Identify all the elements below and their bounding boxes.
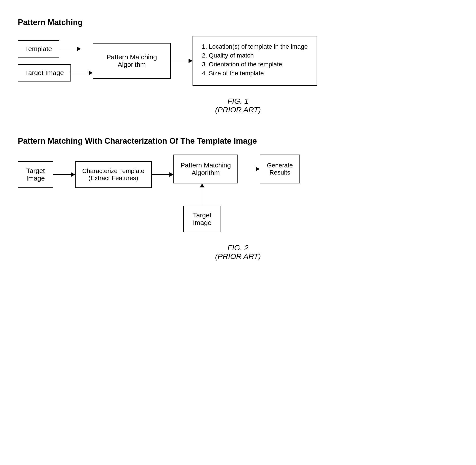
- output-item-4: 4. Size of the template: [202, 70, 308, 77]
- output-item-1: 1. Location(s) of template in the image: [202, 43, 308, 50]
- arrow-head-icon: [71, 172, 75, 177]
- vertical-arrow-container: [200, 183, 204, 206]
- arrow-head-icon: [169, 172, 173, 177]
- arrow-head-icon: [256, 167, 260, 171]
- algo-to-generate-arrow: [238, 167, 260, 171]
- fig1-diagram: Template Target Image: [18, 36, 458, 86]
- fig2-target-box: TargetImage: [18, 161, 53, 188]
- arrow-head-icon: [77, 47, 81, 51]
- fig2-section: Pattern Matching With Characterization O…: [18, 132, 458, 261]
- fig2-bottom-target-box: TargetImage: [183, 206, 221, 232]
- fig1-inputs: Template Target Image: [18, 40, 93, 82]
- generate-results-box: Generate Results: [260, 155, 300, 183]
- characterize-box: Characterize Template (Extract Features): [75, 161, 152, 188]
- fig2-target-input: TargetImage: [18, 161, 75, 188]
- fig1-caption: FIG. 1 (PRIOR ART): [18, 97, 458, 114]
- arrow-head-up-icon: [200, 183, 204, 187]
- algo-box-fig2: Pattern Matching Algorithm: [173, 155, 238, 183]
- fig2-caption: FIG. 2 (PRIOR ART): [18, 243, 458, 261]
- fig1-section: Pattern Matching Template Target Image: [18, 13, 458, 114]
- output-list-box: 1. Location(s) of template in the image …: [193, 36, 317, 86]
- template-to-algo-arrow: [59, 47, 81, 51]
- arrow-head-icon: [188, 59, 193, 63]
- algo-box-fig1: Pattern Matching Algorithm: [93, 43, 171, 79]
- vertical-line: [202, 187, 202, 206]
- fig2-characterize-section: Characterize Template (Extract Features): [75, 161, 173, 188]
- algo-to-output-arrow: [171, 59, 193, 63]
- fig2-title: Pattern Matching With Characterization O…: [18, 136, 458, 146]
- fig2-algo-row: Pattern Matching Algorithm Generate Resu…: [173, 155, 300, 183]
- fig2-diagram: TargetImage Characterize Template (Extra…: [18, 155, 458, 232]
- target-to-characterize-arrow: [53, 172, 75, 177]
- template-box: Template: [18, 40, 59, 57]
- output-item-3: 3. Orientation of the template: [202, 61, 308, 68]
- fig2-algo-section: Pattern Matching Algorithm Generate Resu…: [173, 155, 300, 232]
- output-list: 1. Location(s) of template in the image …: [202, 43, 308, 77]
- fig1-title: Pattern Matching: [18, 18, 458, 27]
- output-item-2: 2. Quality of match: [202, 52, 308, 59]
- characterize-to-algo-arrow: [152, 172, 173, 177]
- target-to-algo-arrow: [71, 71, 93, 75]
- target-image-box-fig1: Target Image: [18, 64, 71, 82]
- arrow-head-icon: [89, 71, 93, 75]
